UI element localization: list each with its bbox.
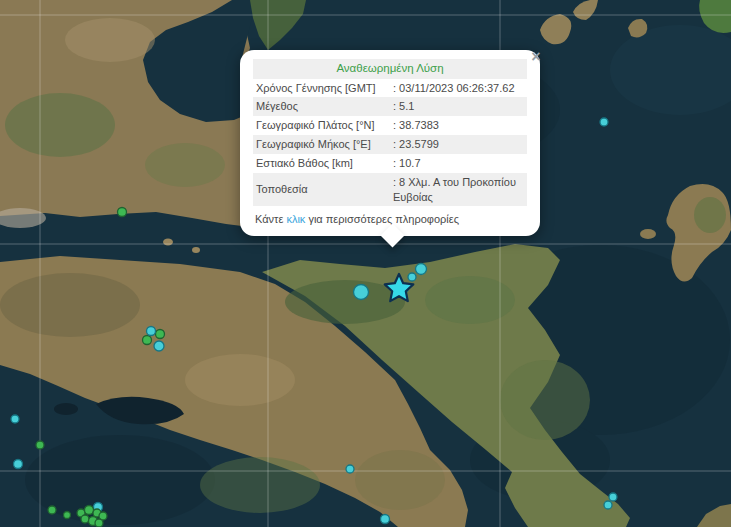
quake-marker-older[interactable] [156, 330, 165, 339]
field-label-depth: Εστιακό Βάθος [km] [253, 154, 390, 173]
quake-marker-recent[interactable] [346, 465, 354, 473]
field-label-location: Τοποθεσία [253, 173, 390, 207]
event-table: Αναθεωρημένη Λύση Χρόνος Γέννησης [GMT] … [253, 59, 527, 206]
field-label-latitude: Γεωγραφικό Πλάτος [°N] [253, 116, 390, 135]
quake-marker-recent[interactable] [381, 515, 390, 524]
quake-marker-recent[interactable] [416, 264, 427, 275]
quake-marker-recent[interactable] [154, 341, 164, 351]
quake-marker-older[interactable] [48, 506, 56, 514]
field-value-longitude: : 23.5799 [390, 135, 527, 154]
field-value-origin-time: : 03/11/2023 06:26:37.62 [390, 79, 527, 98]
more-info-link[interactable]: κλικ [286, 213, 305, 225]
quake-marker-recent[interactable] [609, 493, 617, 501]
quake-marker-older[interactable] [64, 512, 71, 519]
popup-title: Αναθεωρημένη Λύση [253, 59, 527, 79]
field-value-latitude: : 38.7383 [390, 116, 527, 135]
quake-marker-recent[interactable] [600, 118, 608, 126]
field-label-longitude: Γεωγραφικό Μήκος [°E] [253, 135, 390, 154]
quake-marker-older[interactable] [143, 336, 152, 345]
quake-marker-recent[interactable] [604, 501, 612, 509]
footer-text-suffix: για περισσότερες πληροφορίες [305, 213, 459, 225]
quake-marker-older[interactable] [95, 519, 103, 527]
close-icon[interactable]: × [528, 49, 544, 65]
earthquake-popup: × Αναθεωρημένη Λύση Χρόνος Γέννησης [GMT… [240, 50, 540, 236]
quake-marker-recent[interactable] [354, 285, 369, 300]
quake-marker-recent[interactable] [408, 273, 416, 281]
quake-marker-recent[interactable] [14, 460, 23, 469]
field-label-magnitude: Μέγεθος [253, 97, 390, 116]
quake-marker-older[interactable] [36, 441, 44, 449]
quake-marker-older[interactable] [85, 506, 94, 515]
quake-marker-older[interactable] [81, 515, 89, 523]
field-value-location: : 8 Χλμ. Α του Προκοπίου Ευβοίας [390, 173, 527, 207]
field-value-depth: : 10.7 [390, 154, 527, 173]
quake-marker-older[interactable] [118, 208, 127, 217]
quake-marker-recent[interactable] [147, 327, 156, 336]
quake-marker-recent[interactable] [11, 415, 19, 423]
footer-text-prefix: Κάντε [255, 213, 286, 225]
field-value-magnitude: : 5.1 [390, 97, 527, 116]
map-viewport[interactable]: × Αναθεωρημένη Λύση Χρόνος Γέννησης [GMT… [0, 0, 731, 527]
field-label-origin-time: Χρόνος Γέννησης [GMT] [253, 79, 390, 98]
